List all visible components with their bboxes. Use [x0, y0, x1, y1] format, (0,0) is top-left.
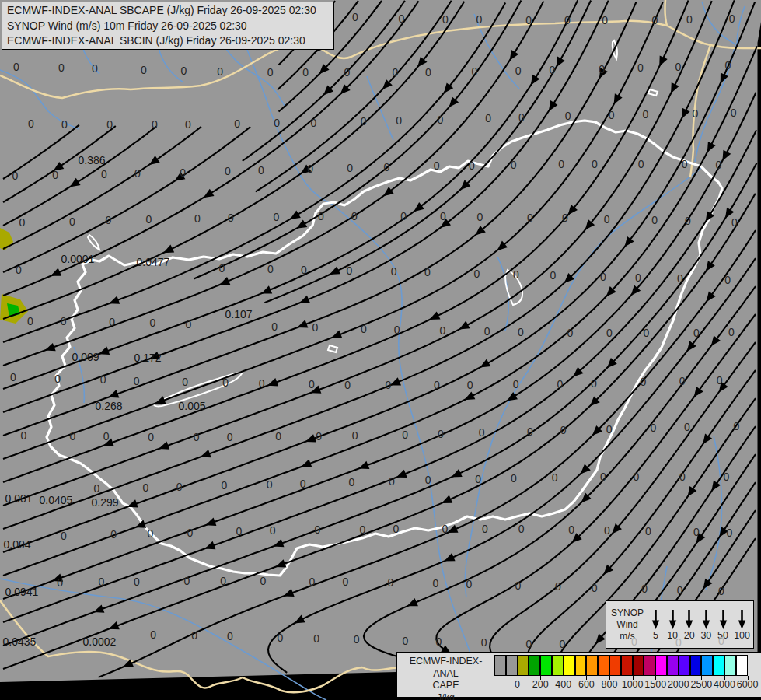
map-value-zero: 0 [302, 66, 309, 79]
cape-color-cell [586, 655, 598, 676]
overlay-zero: 0 [675, 636, 682, 649]
contour-label: 0.005 [178, 400, 205, 412]
map-value-zero: 0 [425, 474, 431, 486]
map-value-zero: 0 [275, 430, 281, 443]
map-value-zero: 0 [467, 379, 473, 391]
contour-label: 0.0002 [83, 635, 117, 648]
map-value-zero: 0 [98, 576, 104, 588]
map-value-zero: 0 [591, 377, 597, 390]
map-value-zero: 0 [361, 115, 367, 128]
map-value-zero: 0 [727, 527, 733, 539]
map-value-zero: 0 [438, 428, 444, 440]
map-value-zero: 0 [361, 323, 367, 335]
map-value-zero: 0 [388, 576, 394, 589]
cape-color-cell [609, 655, 621, 676]
map-value-zero: 0 [442, 13, 449, 26]
map-value-zero: 0 [606, 327, 613, 339]
map-value-zero: 0 [383, 161, 389, 173]
map-value-zero: 0 [477, 211, 483, 223]
map-value-zero: 0 [194, 212, 201, 225]
title-line-sbcape: ECMWF-INDEX-ANAL SBCAPE (J/kg) Friday 26… [7, 3, 329, 19]
cape-tick-label: 1500 [644, 679, 666, 690]
map-value-zero: 0 [675, 61, 681, 73]
cape-tick-label: 1000 [622, 679, 644, 690]
map-value-zero: 0 [219, 262, 225, 275]
map-value-zero: 0 [393, 523, 400, 535]
map-value-zero: 0 [61, 315, 67, 327]
cape-tick-label: 2000 [668, 679, 689, 690]
map-value-zero: 0 [271, 320, 278, 333]
map-value-zero: 0 [604, 524, 610, 537]
map-value-zero: 0 [399, 12, 405, 25]
map-value-zero: 0 [347, 162, 353, 174]
map-value-zero: 0 [436, 635, 442, 648]
map-value-zero: 0 [677, 272, 683, 285]
contour-label: 0.299 [91, 496, 118, 509]
cape-legend: ECMWF-INDEX-ANAL CAPE J/kg 0200400600800… [396, 652, 761, 698]
map-value-zero: 0 [347, 264, 353, 277]
map-value-zero: 0 [511, 472, 517, 485]
map-value-zero: 0 [592, 582, 598, 594]
map-value-zero: 0 [392, 66, 398, 79]
map-value-zero: 0 [100, 373, 106, 386]
map-value-zero: 0 [685, 215, 691, 227]
wind-speed-value: 20 [684, 630, 695, 641]
map-value-zero: 0 [728, 326, 735, 338]
cape-color-cell [724, 655, 736, 676]
map-value-zero: 0 [396, 114, 402, 127]
contour-label: 0.009 [72, 351, 99, 363]
cape-color-cell [633, 655, 644, 676]
map-value-zero: 0 [725, 59, 731, 72]
down-arrow-icon [717, 608, 729, 630]
map-value-zero: 0 [101, 168, 107, 180]
cape-color-cell [679, 655, 690, 676]
map-value-zero: 0 [109, 316, 115, 328]
map-value-zero: 0 [440, 324, 446, 337]
map-value-zero: 0 [134, 375, 140, 387]
map-value-zero: 0 [149, 317, 155, 329]
map-value-zero: 0 [734, 420, 740, 432]
map-value-zero: 0 [677, 584, 683, 597]
map-value-zero: 0 [562, 212, 568, 224]
map-value-zero: 0 [110, 528, 117, 541]
cape-tick-label: 400 [555, 679, 571, 690]
map-value-zero: 0 [731, 107, 737, 119]
map-value-zero: 0 [316, 430, 322, 443]
map-value-zero: 0 [352, 429, 358, 442]
map-value-zero: 0 [267, 66, 274, 79]
map-value-zero: 0 [479, 426, 485, 439]
map-value-zero: 0 [69, 215, 75, 228]
down-arrow-icon [700, 608, 712, 630]
map-value-zero: 0 [61, 118, 68, 131]
map-value-zero: 0 [389, 475, 395, 488]
map-value-zero: 0 [515, 65, 522, 77]
map-value-zero: 0 [10, 371, 16, 383]
contour-label: 0.0477 [137, 256, 170, 268]
map-value-zero: 0 [16, 264, 22, 276]
contour-label: 0.107 [225, 308, 252, 320]
map-value-zero: 0 [61, 530, 67, 542]
map-value-zero: 0 [194, 431, 200, 443]
map-value-zero: 0 [651, 214, 658, 226]
wind-legend-label: SYNOP Wind m/s [608, 607, 647, 642]
cape-color-cell [655, 655, 667, 676]
map-value-zero: 0 [717, 374, 723, 387]
map-value-zero: 0 [313, 632, 319, 645]
wind-speed-item: 30 [700, 608, 712, 641]
map-value-zero: 0 [106, 118, 113, 131]
map-value-zero: 0 [344, 66, 351, 79]
map-value-zero: 0 [228, 212, 234, 224]
map-value-zero: 0 [638, 158, 644, 170]
cape-legend-parameter: CAPE [397, 680, 494, 692]
map-value-zero: 0 [604, 213, 610, 226]
map-value-zero: 0 [645, 525, 651, 537]
overlay-zero: 0 [718, 635, 724, 647]
wind-legend-subtitle: Wind [608, 619, 647, 631]
wind-speed-value: 100 [734, 630, 750, 641]
map-value-zero: 0 [54, 373, 61, 385]
map-value-zero: 0 [518, 523, 525, 535]
weather-map-screenshot: 0000000000000000000000000000000000000000… [0, 0, 761, 700]
map-value-zero: 0 [300, 478, 306, 490]
map-value-zero: 0 [236, 525, 243, 537]
map-value-zero: 0 [434, 159, 440, 172]
